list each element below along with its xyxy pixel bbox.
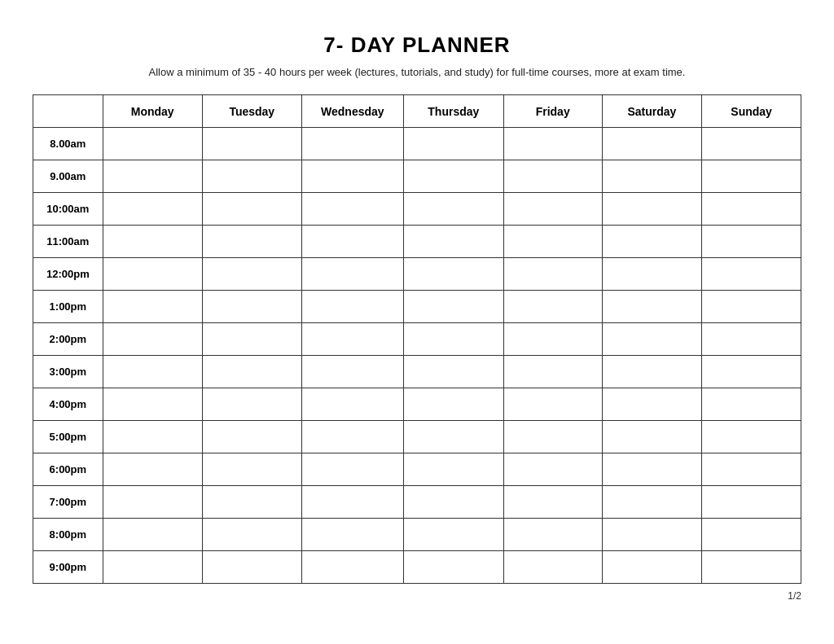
cell-1-4[interactable] (503, 160, 602, 193)
cell-5-2[interactable] (301, 291, 403, 323)
cell-10-3[interactable] (403, 453, 503, 486)
cell-10-4[interactable] (503, 453, 602, 486)
cell-7-5[interactable] (602, 356, 702, 388)
cell-4-6[interactable] (702, 258, 801, 291)
cell-1-0[interactable] (103, 160, 202, 193)
cell-6-3[interactable] (403, 323, 503, 356)
cell-8-1[interactable] (202, 388, 301, 421)
cell-6-6[interactable] (702, 323, 801, 356)
cell-13-4[interactable] (503, 551, 602, 584)
cell-8-6[interactable] (702, 388, 801, 421)
cell-2-6[interactable] (702, 193, 801, 226)
cell-0-6[interactable] (702, 128, 801, 160)
cell-13-5[interactable] (602, 551, 702, 584)
table-row: 8.00am (33, 128, 801, 160)
cell-3-6[interactable] (702, 226, 801, 258)
cell-11-0[interactable] (103, 486, 202, 519)
cell-3-4[interactable] (503, 226, 602, 258)
cell-7-0[interactable] (103, 356, 202, 388)
cell-9-5[interactable] (602, 421, 702, 453)
cell-6-5[interactable] (602, 323, 702, 356)
cell-13-0[interactable] (103, 551, 202, 584)
cell-0-0[interactable] (103, 128, 202, 160)
cell-6-0[interactable] (103, 323, 202, 356)
cell-7-3[interactable] (403, 356, 503, 388)
cell-2-1[interactable] (202, 193, 301, 226)
cell-5-0[interactable] (103, 291, 202, 323)
cell-8-0[interactable] (103, 388, 202, 421)
cell-12-2[interactable] (301, 519, 403, 551)
cell-0-5[interactable] (602, 128, 702, 160)
table-row: 10:00am (33, 193, 801, 226)
cell-4-2[interactable] (301, 258, 403, 291)
cell-2-5[interactable] (602, 193, 702, 226)
cell-0-1[interactable] (202, 128, 301, 160)
cell-9-3[interactable] (403, 421, 503, 453)
cell-11-5[interactable] (602, 486, 702, 519)
cell-7-1[interactable] (202, 356, 301, 388)
cell-12-5[interactable] (602, 519, 702, 551)
cell-2-2[interactable] (301, 193, 403, 226)
cell-11-6[interactable] (702, 486, 801, 519)
cell-9-1[interactable] (202, 421, 301, 453)
cell-5-1[interactable] (202, 291, 301, 323)
cell-11-2[interactable] (301, 486, 403, 519)
cell-10-1[interactable] (202, 453, 301, 486)
cell-1-3[interactable] (403, 160, 503, 193)
cell-2-0[interactable] (103, 193, 202, 226)
cell-8-2[interactable] (301, 388, 403, 421)
cell-13-1[interactable] (202, 551, 301, 584)
cell-8-5[interactable] (602, 388, 702, 421)
cell-4-5[interactable] (602, 258, 702, 291)
cell-13-2[interactable] (301, 551, 403, 584)
cell-3-2[interactable] (301, 226, 403, 258)
cell-1-6[interactable] (702, 160, 801, 193)
cell-8-3[interactable] (403, 388, 503, 421)
cell-4-4[interactable] (503, 258, 602, 291)
cell-12-4[interactable] (503, 519, 602, 551)
cell-13-6[interactable] (702, 551, 801, 584)
cell-13-3[interactable] (403, 551, 503, 584)
cell-7-6[interactable] (702, 356, 801, 388)
cell-9-6[interactable] (702, 421, 801, 453)
cell-4-3[interactable] (403, 258, 503, 291)
cell-4-0[interactable] (103, 258, 202, 291)
cell-12-1[interactable] (202, 519, 301, 551)
cell-2-4[interactable] (503, 193, 602, 226)
cell-5-5[interactable] (602, 291, 702, 323)
cell-1-5[interactable] (602, 160, 702, 193)
cell-9-2[interactable] (301, 421, 403, 453)
cell-8-4[interactable] (503, 388, 602, 421)
cell-2-3[interactable] (403, 193, 503, 226)
cell-7-2[interactable] (301, 356, 403, 388)
cell-5-6[interactable] (702, 291, 801, 323)
cell-9-4[interactable] (503, 421, 602, 453)
cell-6-4[interactable] (503, 323, 602, 356)
cell-11-1[interactable] (202, 486, 301, 519)
cell-3-1[interactable] (202, 226, 301, 258)
cell-11-4[interactable] (503, 486, 602, 519)
cell-10-0[interactable] (103, 453, 202, 486)
cell-9-0[interactable] (103, 421, 202, 453)
cell-0-2[interactable] (301, 128, 403, 160)
cell-7-4[interactable] (503, 356, 602, 388)
cell-4-1[interactable] (202, 258, 301, 291)
cell-5-4[interactable] (503, 291, 602, 323)
cell-10-2[interactable] (301, 453, 403, 486)
cell-1-1[interactable] (202, 160, 301, 193)
cell-0-4[interactable] (503, 128, 602, 160)
cell-10-5[interactable] (602, 453, 702, 486)
cell-12-6[interactable] (702, 519, 801, 551)
cell-6-1[interactable] (202, 323, 301, 356)
cell-12-3[interactable] (403, 519, 503, 551)
cell-3-0[interactable] (103, 226, 202, 258)
cell-10-6[interactable] (702, 453, 801, 486)
cell-12-0[interactable] (103, 519, 202, 551)
cell-5-3[interactable] (403, 291, 503, 323)
cell-1-2[interactable] (301, 160, 403, 193)
cell-3-5[interactable] (602, 226, 702, 258)
cell-3-3[interactable] (403, 226, 503, 258)
cell-6-2[interactable] (301, 323, 403, 356)
cell-11-3[interactable] (403, 486, 503, 519)
cell-0-3[interactable] (403, 128, 503, 160)
